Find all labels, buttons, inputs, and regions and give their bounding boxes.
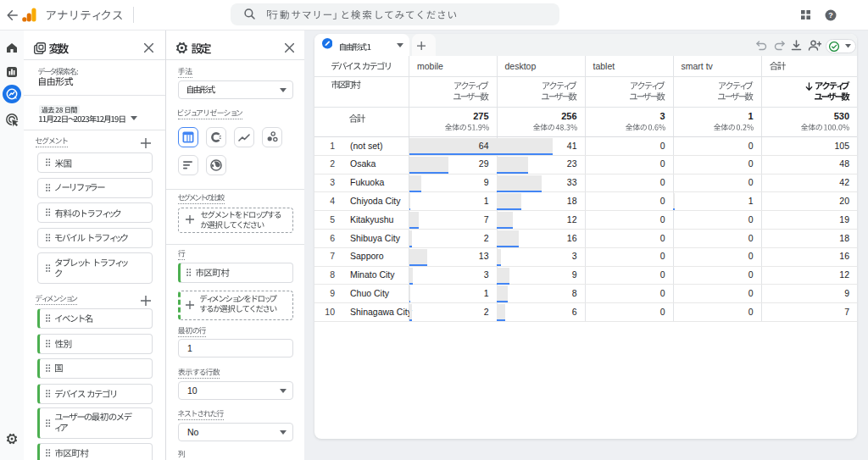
svg-text:?: ? (828, 11, 833, 19)
